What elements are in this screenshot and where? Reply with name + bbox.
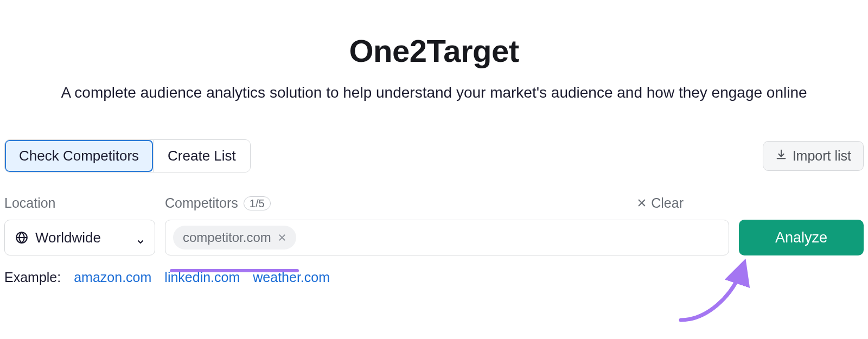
import-list-label: Import list: [793, 148, 851, 164]
tab-check-competitors[interactable]: Check Competitors: [5, 140, 153, 172]
tab-group: Check Competitors Create List: [4, 139, 251, 172]
chevron-down-icon: [136, 233, 145, 242]
globe-icon: [15, 231, 29, 245]
import-list-button[interactable]: Import list: [763, 141, 864, 171]
analyze-button[interactable]: Analyze: [739, 220, 864, 255]
location-label: Location: [4, 195, 165, 211]
page-title: One2Target: [0, 33, 868, 69]
annotation-arrow-icon: [673, 255, 770, 325]
tab-create-list[interactable]: Create List: [153, 140, 250, 172]
remove-token-icon[interactable]: [278, 230, 286, 245]
annotation-underline: [170, 269, 299, 272]
labels-row: Location Competitors 1/5 Clear: [0, 195, 868, 211]
competitor-token: competitor.com: [173, 226, 296, 250]
controls-row: Check Competitors Create List Import lis…: [0, 139, 868, 172]
competitor-token-label: competitor.com: [183, 230, 271, 245]
inputs-row: Worldwide competitor.com Analyze: [0, 220, 868, 255]
clear-label: Clear: [651, 195, 684, 211]
clear-button[interactable]: Clear: [637, 195, 684, 211]
examples-row: Example: amazon.com linkedin.com weather…: [0, 270, 868, 285]
location-value: Worldwide: [35, 229, 101, 246]
download-icon: [775, 148, 787, 164]
competitors-label: Competitors: [165, 195, 238, 211]
competitors-label-group: Competitors 1/5: [165, 195, 637, 211]
examples-label: Example:: [4, 270, 61, 285]
competitors-count-badge: 1/5: [244, 196, 271, 210]
location-select[interactable]: Worldwide: [4, 220, 155, 255]
page-subtitle: A complete audience analytics solution t…: [0, 84, 868, 101]
close-icon: [637, 195, 647, 211]
competitors-input[interactable]: competitor.com: [165, 220, 729, 255]
example-link-1[interactable]: amazon.com: [74, 270, 151, 285]
